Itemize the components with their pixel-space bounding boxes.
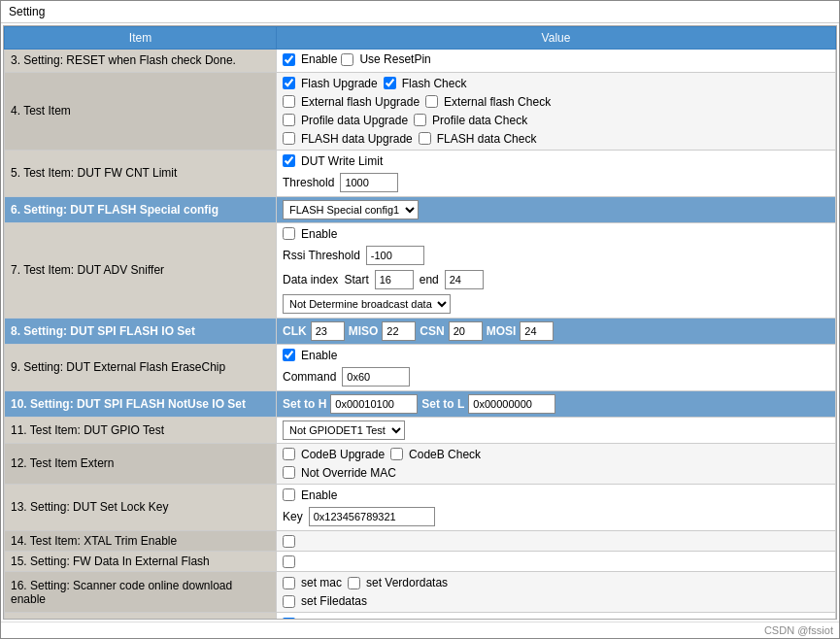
row-11-label: 11. Test Item: DUT GPIO Test — [5, 417, 277, 443]
enable-13-label[interactable]: Enable — [283, 488, 337, 502]
profile-data-check-label[interactable]: Profile data Check — [414, 114, 527, 127]
row-7-label: 7. Test Item: DUT ADV Sniffer — [5, 222, 277, 318]
flash-upgrade-label[interactable]: Flash Upgrade — [283, 77, 378, 90]
flash-check-checkbox[interactable] — [384, 77, 396, 89]
threshold-label: Threshold — [283, 176, 334, 189]
flash-special-select[interactable]: FLASH Special config1 FLASH Special conf… — [283, 200, 419, 219]
enable-7-label[interactable]: Enable — [283, 227, 337, 241]
flash-check-label[interactable]: Flash Check — [384, 77, 467, 90]
external-flash-upgrade-label[interactable]: External flash Upgrade — [283, 95, 420, 109]
row-12-label: 12. Test Item Extern — [5, 443, 277, 484]
enable-17-checkbox[interactable] — [283, 618, 295, 620]
table-row: 5. Test Item: DUT FW CNT Limit DUT Write… — [5, 150, 836, 196]
set-filedatas-label[interactable]: set Filedatas — [283, 594, 367, 608]
rssi-input[interactable] — [366, 246, 424, 265]
mosi-label: MOSI — [487, 324, 517, 338]
row-12-value: CodeB Upgrade CodeB Check No — [277, 443, 836, 484]
miso-input[interactable] — [382, 321, 416, 341]
row-15-label: 15. Setting: FW Data In External Flash — [5, 551, 277, 571]
start-input[interactable] — [375, 270, 414, 289]
rssi-label: Rssi Threshold — [283, 249, 360, 262]
use-resetpin-label: Use ResetPin — [359, 52, 430, 66]
row-13-value: Enable Key — [277, 484, 836, 530]
row-3-label: 3. Setting: RESET when Flash check Done. — [5, 50, 277, 73]
set-mac-label[interactable]: set mac — [283, 576, 342, 589]
set-h-input[interactable] — [330, 394, 418, 414]
table-row: 4. Test Item Flash Upgrade Flash Che — [5, 72, 836, 150]
codeb-check-checkbox[interactable] — [390, 448, 403, 460]
command-input[interactable] — [342, 367, 410, 387]
codeb-check-label[interactable]: CodeB Check — [390, 448, 481, 461]
key-input[interactable] — [309, 507, 435, 526]
table-row: 17. Setting: DUT SPI Flash Start Addr En… — [5, 613, 836, 620]
row-13-label: 13. Setting: DUT Set Lock Key — [5, 484, 277, 530]
codeb-upgrade-checkbox[interactable] — [283, 448, 295, 460]
flash-data-upgrade-checkbox[interactable] — [283, 132, 295, 145]
codeb-upgrade-label[interactable]: CodeB Upgrade — [283, 448, 385, 461]
row-10-value[interactable]: Set to H Set to L — [277, 390, 836, 417]
row-9-value: Enable Command — [277, 344, 836, 390]
external-flash-check-checkbox[interactable] — [425, 95, 438, 108]
profile-data-upgrade-checkbox[interactable] — [283, 114, 295, 126]
clk-input[interactable] — [311, 321, 345, 341]
csn-input[interactable] — [449, 321, 483, 341]
start-label: Start — [344, 273, 368, 286]
row-6-value[interactable]: FLASH Special config1 FLASH Special conf… — [277, 196, 836, 222]
enable-checkbox[interactable] — [283, 53, 295, 66]
table-row: 15. Setting: FW Data In External Flash — [5, 551, 836, 571]
use-resetpin-checkbox[interactable] — [341, 53, 353, 66]
enable-7-checkbox[interactable] — [283, 227, 295, 240]
row-6-label: 6. Setting: DUT FLASH Special config — [5, 196, 277, 222]
flash-data-check-label[interactable]: FLASH data Check — [419, 132, 537, 146]
dut-write-limit-checkbox[interactable] — [283, 154, 295, 167]
not-override-mac-checkbox[interactable] — [283, 466, 295, 479]
row-3-value: Enable Use ResetPin — [277, 50, 836, 73]
xtal-trim-checkbox[interactable] — [283, 535, 295, 548]
set-mac-checkbox[interactable] — [283, 577, 295, 589]
end-label: end — [420, 273, 439, 286]
set-l-input[interactable] — [468, 394, 555, 414]
enable-checkbox-label[interactable]: Enable — [283, 52, 337, 66]
gpio-test-select[interactable]: Not GPIODET1 Test GPIODET1 Test — [283, 420, 405, 440]
row-8-value[interactable]: CLK MISO CSN MOSI — [277, 318, 836, 344]
table-row: 6. Setting: DUT FLASH Special config FLA… — [5, 196, 836, 222]
mosi-input[interactable] — [520, 321, 554, 341]
use-resetpin-checkbox-label[interactable]: Use ResetPin — [341, 52, 430, 66]
row-15-value[interactable] — [277, 551, 836, 571]
row-16-label: 16. Setting: Scanner code online downloa… — [5, 572, 277, 613]
flash-data-check-checkbox[interactable] — [419, 132, 431, 145]
set-filedatas-checkbox[interactable] — [283, 595, 295, 608]
enable-9-checkbox[interactable] — [283, 349, 295, 361]
threshold-input[interactable] — [340, 173, 398, 192]
table-row: 3. Setting: RESET when Flash check Done.… — [5, 50, 836, 73]
external-flash-check-label[interactable]: External flash Check — [425, 95, 551, 109]
table-row: 9. Setting: DUT External Flash EraseChip… — [5, 344, 836, 390]
flash-data-upgrade-label[interactable]: FLASH data Upgrade — [283, 132, 413, 146]
enable-13-checkbox[interactable] — [283, 488, 295, 501]
clk-label: CLK — [283, 324, 307, 338]
end-input[interactable] — [445, 270, 484, 289]
enable-17-label[interactable]: Enable — [283, 617, 337, 620]
external-flash-upgrade-checkbox[interactable] — [283, 95, 295, 108]
settings-table-container[interactable]: Item Value 3. Setting: RESET when Flash … — [3, 25, 837, 620]
set-verdordatas-label[interactable]: set Verdordatas — [348, 576, 448, 589]
dut-write-limit-label[interactable]: DUT Write Limit — [283, 154, 383, 168]
set-verdordatas-checkbox[interactable] — [348, 577, 360, 589]
row-16-value: set mac set Verdordatas set — [277, 572, 836, 613]
fw-data-external-checkbox[interactable] — [283, 555, 295, 568]
enable-9-label[interactable]: Enable — [283, 349, 337, 362]
table-row: 13. Setting: DUT Set Lock Key Enable Key — [5, 484, 836, 530]
row-10-label: 10. Setting: DUT SPI FLASH NotUse IO Set — [5, 390, 277, 417]
not-override-mac-label[interactable]: Not Override MAC — [283, 466, 396, 480]
table-row: 7. Test Item: DUT ADV Sniffer Enable Rss… — [5, 222, 836, 318]
profile-data-upgrade-label[interactable]: Profile data Upgrade — [283, 114, 408, 127]
row-11-value[interactable]: Not GPIODET1 Test GPIODET1 Test — [277, 417, 836, 443]
set-h-label: Set to H — [283, 397, 326, 411]
table-row: 16. Setting: Scanner code online downloa… — [5, 572, 836, 613]
flash-upgrade-checkbox[interactable] — [283, 77, 295, 89]
col-header-value: Value — [277, 27, 836, 50]
broadcast-select[interactable]: Not Determine broadcast data Determine b… — [283, 294, 451, 314]
profile-data-check-checkbox[interactable] — [414, 114, 426, 126]
settings-table: Item Value 3. Setting: RESET when Flash … — [4, 26, 836, 620]
row-14-value[interactable] — [277, 530, 836, 551]
